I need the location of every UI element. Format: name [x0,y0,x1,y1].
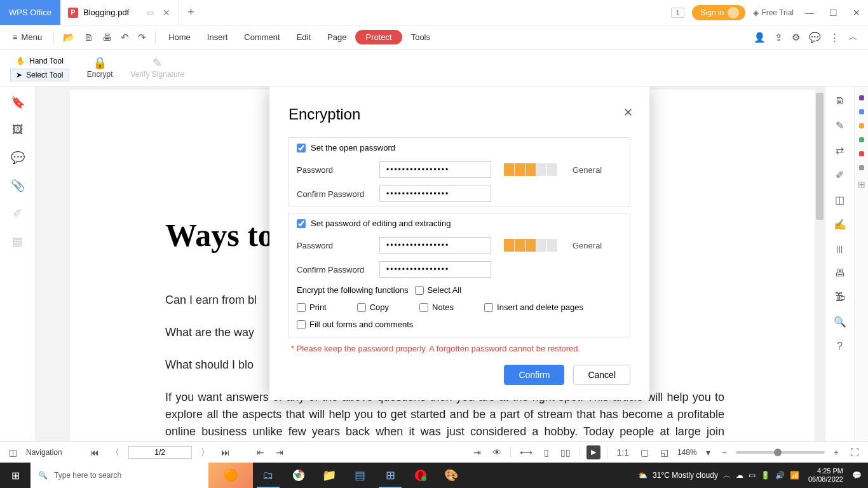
share-icon[interactable]: ⇪ [771,29,787,46]
actual-size-icon[interactable]: 1:1 [614,447,631,458]
zoom-out-icon[interactable]: − [719,447,729,458]
menu-home[interactable]: Home [161,30,198,44]
attachment-icon[interactable]: 📎 [11,179,25,193]
export-icon[interactable]: 🗎 [835,95,845,107]
navigation-label[interactable]: Navigation [26,448,62,457]
more-icon[interactable]: ⋮ [826,29,843,46]
page-input[interactable] [128,446,192,459]
help-icon[interactable]: ? [837,341,843,352]
edit-icon[interactable]: ✎ [836,119,844,132]
app-dot[interactable] [859,151,864,156]
tray-volume-icon[interactable]: 🔊 [775,471,785,480]
tb-files-icon[interactable]: 📁 [314,463,344,488]
crop-icon[interactable]: ◫ [835,194,844,206]
tray-onedrive-icon[interactable]: ☁ [736,471,743,480]
menu-protect[interactable]: Protect [355,30,402,44]
tray-wifi-icon[interactable]: 📶 [790,471,799,480]
annotate-icon[interactable]: ✐ [836,169,844,181]
set-edit-password-checkbox[interactable] [297,219,306,228]
hand-tool-button[interactable]: ✋ Hand Tool [10,55,69,67]
set-open-password-checkbox[interactable] [297,144,306,152]
two-page-icon[interactable]: ▯▯ [558,447,573,458]
dialog-close-icon[interactable]: ✕ [623,105,633,119]
tb-cortana-icon[interactable]: 🟠 [208,463,253,488]
fit-page-icon[interactable]: ▢ [638,447,651,458]
app-dot[interactable] [859,109,864,114]
maximize-button[interactable]: ☐ [825,8,841,18]
select-all-checkbox[interactable]: Select All [415,285,461,295]
document-tab[interactable]: P Blogging.pdf ▭ ✕ [60,0,179,25]
comment-panel-icon[interactable]: 💬 [11,151,25,165]
open-confirm-input[interactable] [379,186,491,202]
window-count-badge[interactable]: 1 [671,8,684,18]
tray-chevron-icon[interactable]: ︿ [723,470,731,481]
feedback-icon[interactable]: 💬 [805,29,825,46]
thumbnail-icon[interactable]: 🖼 [12,123,24,137]
highlight-icon[interactable]: ✐ [13,207,22,220]
zoom-level[interactable]: 148% [677,448,697,457]
compress-icon[interactable]: 🗜 [835,292,845,303]
prev-page-icon[interactable]: 〈 [108,447,122,458]
app-dot[interactable] [859,95,864,100]
split-icon[interactable]: ⫼ [835,243,845,255]
search2-icon[interactable]: 🔍 [834,316,846,328]
clock[interactable]: 4:25 PM 06/08/2022 [804,467,847,484]
opt-print[interactable]: Print [297,302,327,312]
menu-page[interactable]: Page [320,30,354,44]
scroll-thumb[interactable] [816,93,824,220]
tray-battery-icon[interactable]: 🔋 [761,471,770,480]
new-tab-button[interactable]: + [179,0,203,25]
app-dot[interactable] [859,165,864,170]
fit-visible-icon[interactable]: ◱ [658,447,671,458]
edit-confirm-input[interactable] [379,261,491,278]
opt-insert[interactable]: Insert and delete pages [484,302,583,312]
opt-notes[interactable]: Notes [419,302,454,312]
notifications-icon[interactable]: 💬 [852,471,862,480]
tb-explorer-icon[interactable]: 🗂 [253,463,283,488]
reflow-icon[interactable]: ⇥ [471,447,484,458]
forward-icon[interactable]: ⇥ [273,447,286,458]
menu-button[interactable]: ≡ Menu [6,30,48,44]
document-viewport[interactable]: Ways to Can I earn from bl What are the … [36,86,825,441]
tab-close-icon[interactable]: ✕ [163,8,170,18]
minimize-button[interactable]: — [801,8,818,18]
menu-edit[interactable]: Edit [289,30,318,44]
edit-password-input[interactable] [379,237,491,254]
apps-grid-icon[interactable]: ⊞ [858,179,865,189]
form-icon[interactable]: ▦ [12,234,23,248]
last-page-icon[interactable]: ⏭ [219,447,233,458]
tray-meet-icon[interactable]: ▭ [749,471,756,480]
encrypt-button[interactable]: 🔒 Encrypt [87,57,113,79]
settings-icon[interactable]: ⚙ [788,29,804,46]
open-icon[interactable]: 📂 [59,29,79,46]
tb-taskview-icon[interactable]: ⊞ [375,463,405,488]
start-button[interactable]: ⊞ [0,470,31,482]
close-button[interactable]: ✕ [849,8,864,18]
convert-icon[interactable]: ⇄ [836,144,844,156]
zoom-dropdown-icon[interactable]: ▾ [703,447,713,458]
play-button[interactable]: ▶ [587,445,600,459]
tab-pin-icon[interactable]: ▭ [147,8,154,17]
first-page-icon[interactable]: ⏮ [88,447,102,458]
opt-copy[interactable]: Copy [357,302,389,312]
nav-panel-icon[interactable]: ◫ [6,447,20,458]
menu-insert[interactable]: Insert [200,30,236,44]
tb-paint-icon[interactable]: 🎨 [436,463,466,488]
opt-fill[interactable]: Fill out forms and comments [297,320,413,329]
select-tool-button[interactable]: ➤ Select Tool [10,69,69,81]
user-icon[interactable]: 👤 [750,29,770,46]
app-dot[interactable] [859,123,864,128]
app-dot[interactable] [859,137,864,142]
fit-width-icon[interactable]: ⟷ [517,447,535,458]
save-icon[interactable]: 🗎 [80,29,97,45]
print-icon[interactable]: 🖶 [98,29,116,45]
tb-opera-icon[interactable] [405,463,436,488]
scrollbar[interactable] [815,86,825,441]
back-icon[interactable]: ⇤ [254,447,267,458]
tb-mail-icon[interactable]: ▤ [344,463,375,488]
confirm-button[interactable]: Confirm [504,365,564,385]
menu-tools[interactable]: Tools [403,30,438,44]
taskbar-search[interactable]: 🔍 Type here to search [31,463,208,488]
menu-comment[interactable]: Comment [236,30,287,44]
eye-icon[interactable]: 👁 [490,447,504,458]
